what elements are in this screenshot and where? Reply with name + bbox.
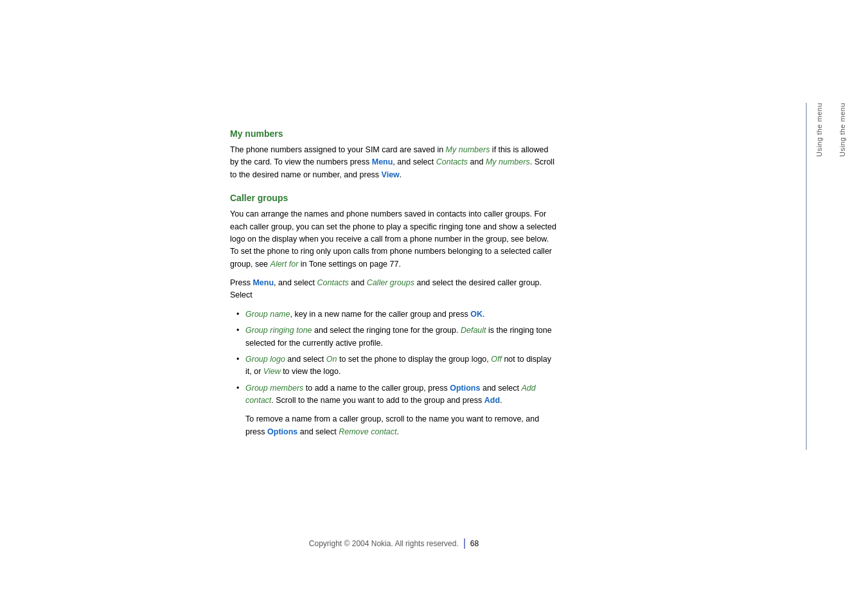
- group-ringing-tone-link[interactable]: Group ringing tone: [245, 326, 312, 335]
- bullet3-text1: and select: [285, 355, 326, 364]
- my-numbers-text4: and: [468, 157, 486, 166]
- footer-divider: [464, 538, 465, 549]
- remove-contact-para: To remove a name from a caller group, sc…: [245, 413, 558, 438]
- group-name-link[interactable]: Group name: [245, 310, 290, 319]
- bullet2-default-link[interactable]: Default: [461, 326, 486, 335]
- caller-groups-intro: You can arrange the names and phone numb…: [230, 208, 558, 271]
- cg-caller-groups-link[interactable]: Caller groups: [367, 278, 414, 287]
- sidebar-label-outer: Using the menu: [838, 103, 846, 157]
- my-numbers-text6: .: [400, 170, 402, 179]
- cg-intro-text2: in Tone settings on page 77.: [298, 260, 401, 269]
- sidebar-vertical-line: [806, 103, 807, 450]
- sub-para-text3: .: [397, 427, 399, 436]
- caller-groups-bullets: Group name, key in a new name for the ca…: [236, 308, 558, 407]
- bullet4-text3: . Scroll to the name you want to add to …: [271, 396, 484, 405]
- main-content: My numbers The phone numbers assigned to…: [230, 129, 558, 450]
- sub-remove-contact-link[interactable]: Remove contact: [339, 427, 396, 436]
- my-numbers-contacts-link[interactable]: Contacts: [436, 157, 468, 166]
- copyright-text: Copyright © 2004 Nokia. All rights reser…: [309, 539, 459, 548]
- page-container: My numbers The phone numbers assigned to…: [0, 0, 868, 613]
- caller-groups-title: Caller groups: [230, 193, 558, 203]
- sub-para-text2: and select: [297, 427, 339, 436]
- bullet-group-name: Group name, key in a new name for the ca…: [236, 308, 558, 321]
- bullet2-text: and select the ringing tone for the grou…: [312, 326, 461, 335]
- sidebar-label-inner: Using the menu: [815, 103, 823, 157]
- sidebar-outer: Using the menu: [831, 0, 854, 613]
- my-numbers-title: My numbers: [230, 129, 558, 139]
- bullet-group-members: Group members to add a name to the calle…: [236, 382, 558, 407]
- caller-groups-press: Press Menu, and select Contacts and Call…: [230, 277, 558, 302]
- caller-groups-section: Caller groups You can arrange the names …: [230, 193, 558, 438]
- bullet-group-logo: Group logo and select On to set the phon…: [236, 353, 558, 378]
- sidebar-inner: Using the menu: [808, 0, 831, 613]
- bullet-group-ringing-tone: Group ringing tone and select the ringin…: [236, 324, 558, 350]
- bullet3-text4: to view the logo.: [281, 367, 341, 376]
- my-numbers-view-link[interactable]: View: [382, 170, 400, 179]
- bullet3-view-link[interactable]: View: [263, 367, 281, 376]
- my-numbers-link1[interactable]: My numbers: [446, 145, 490, 154]
- bullet1-end: .: [483, 310, 484, 319]
- bullet1-text: , key in a new name for the caller group…: [290, 310, 470, 319]
- cg-press1: Press: [230, 278, 252, 287]
- bullet3-off-link[interactable]: Off: [491, 355, 502, 364]
- bullet4-options-link[interactable]: Options: [450, 384, 480, 393]
- sub-options-link[interactable]: Options: [267, 427, 297, 436]
- my-numbers-menu-link[interactable]: Menu: [372, 157, 393, 166]
- bullet3-on-link[interactable]: On: [326, 355, 337, 364]
- cg-press3: and: [349, 278, 367, 287]
- page-number: 68: [470, 539, 479, 548]
- cg-contacts-link[interactable]: Contacts: [317, 278, 348, 287]
- group-members-link[interactable]: Group members: [245, 384, 303, 393]
- my-numbers-link4[interactable]: My numbers: [486, 157, 530, 166]
- group-logo-link[interactable]: Group logo: [245, 355, 285, 364]
- bullet4-text2: and select: [480, 384, 521, 393]
- bullet1-ok-link[interactable]: OK: [470, 310, 483, 319]
- cg-press2: , and select: [274, 278, 317, 287]
- cg-menu-link[interactable]: Menu: [252, 278, 274, 287]
- bullet4-text1: to add a name to the caller group, press: [303, 384, 450, 393]
- my-numbers-text1: The phone numbers assigned to your SIM c…: [230, 145, 446, 154]
- bullet3-text2: to set the phone to display the group lo…: [337, 355, 491, 364]
- my-numbers-section: My numbers The phone numbers assigned to…: [230, 129, 558, 181]
- page-footer: Copyright © 2004 Nokia. All rights reser…: [230, 538, 558, 549]
- my-numbers-body: The phone numbers assigned to your SIM c…: [230, 144, 558, 181]
- bullet4-add-link[interactable]: Add: [484, 396, 500, 405]
- my-numbers-text3: , and select: [393, 157, 436, 166]
- bullet4-text4: .: [500, 396, 502, 405]
- cg-alert-link[interactable]: Alert for: [270, 260, 299, 269]
